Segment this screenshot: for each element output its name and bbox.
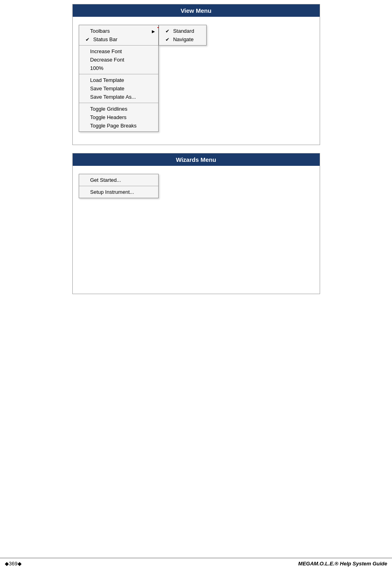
view-menu-wrapper: Toolbars ✔ Status Bar Increase Font D: [79, 25, 159, 132]
toggle-gridlines-label: Toggle Gridlines: [90, 106, 127, 112]
toggle-page-breaks-label: Toggle Page Breaks: [90, 123, 137, 129]
menu-item-increase-font[interactable]: Increase Font: [79, 47, 158, 56]
status-bar-label: Status Bar: [93, 36, 117, 42]
submenu-item-navigate[interactable]: ✔ Navigate: [159, 35, 206, 44]
zoom-label: 100%: [90, 65, 103, 71]
separator-1: [79, 45, 158, 46]
navigate-check: ✔: [165, 37, 170, 42]
menu-item-status-bar[interactable]: ✔ Status Bar: [79, 35, 158, 44]
page-container: View Menu Toolbars ✔ Status Bar: [0, 0, 392, 569]
status-bar-check: ✔: [86, 37, 90, 42]
menu-item-toolbars[interactable]: Toolbars: [79, 27, 158, 35]
standard-check: ✔: [165, 28, 170, 34]
footer-page-number: ◆369◆: [5, 561, 22, 567]
view-menu-area: Toolbars ✔ Status Bar Increase Font D: [73, 17, 320, 145]
get-started-label: Get Started...: [90, 177, 121, 183]
menu-item-save-template-as[interactable]: Save Template As...: [79, 93, 158, 101]
footer-brand: MEGAM.O.L.E.® Help System Guide: [298, 561, 387, 567]
submenu-item-standard[interactable]: ✔ Standard: [159, 27, 206, 35]
wizards-separator: [79, 186, 158, 186]
menu-item-get-started[interactable]: Get Started...: [79, 176, 158, 184]
toolbars-label: Toolbars: [90, 28, 110, 34]
toggle-headers-label: Toggle Headers: [90, 114, 127, 120]
wizards-menu-panel: Get Started... Setup Instrument...: [79, 174, 159, 198]
menu-item-toggle-headers[interactable]: Toggle Headers: [79, 113, 158, 121]
save-template-as-label: Save Template As...: [90, 94, 136, 100]
navigate-label: Navigate: [173, 36, 193, 42]
menu-item-save-template[interactable]: Save Template: [79, 84, 158, 93]
separator-3: [79, 103, 158, 103]
decrease-font-label: Decrease Font: [90, 57, 124, 63]
wizards-menu-section: Wizards Menu Get Started... Setup Instru…: [72, 153, 320, 294]
load-template-label: Load Template: [90, 77, 124, 83]
menu-item-toggle-page-breaks[interactable]: Toggle Page Breaks: [79, 121, 158, 130]
increase-font-label: Increase Font: [90, 48, 122, 54]
content-area: View Menu Toolbars ✔ Status Bar: [72, 0, 320, 294]
wizards-menu-title: Wizards Menu: [176, 156, 216, 163]
menu-item-setup-instrument[interactable]: Setup Instrument...: [79, 188, 158, 196]
menu-item-decrease-font[interactable]: Decrease Font: [79, 56, 158, 64]
view-menu-section: View Menu Toolbars ✔ Status Bar: [72, 4, 320, 145]
separator-2: [79, 74, 158, 74]
menu-item-toggle-gridlines[interactable]: Toggle Gridlines: [79, 105, 158, 113]
menu-item-load-template[interactable]: Load Template: [79, 76, 158, 84]
wizards-menu-area: Get Started... Setup Instrument...: [73, 166, 320, 294]
setup-instrument-label: Setup Instrument...: [90, 189, 134, 195]
standard-label: Standard: [173, 28, 194, 34]
wizards-menu-header: Wizards Menu: [73, 153, 320, 166]
view-menu-header: View Menu: [73, 4, 320, 17]
view-menu-title: View Menu: [181, 7, 211, 14]
save-template-label: Save Template: [90, 86, 125, 92]
toolbars-submenu: ✔ Standard ✔ Navigate: [159, 25, 207, 46]
view-menu-panel: Toolbars ✔ Status Bar Increase Font D: [79, 25, 159, 132]
menu-item-zoom[interactable]: 100%: [79, 64, 158, 72]
page-footer: ◆369◆ MEGAM.O.L.E.® Help System Guide: [0, 558, 392, 569]
